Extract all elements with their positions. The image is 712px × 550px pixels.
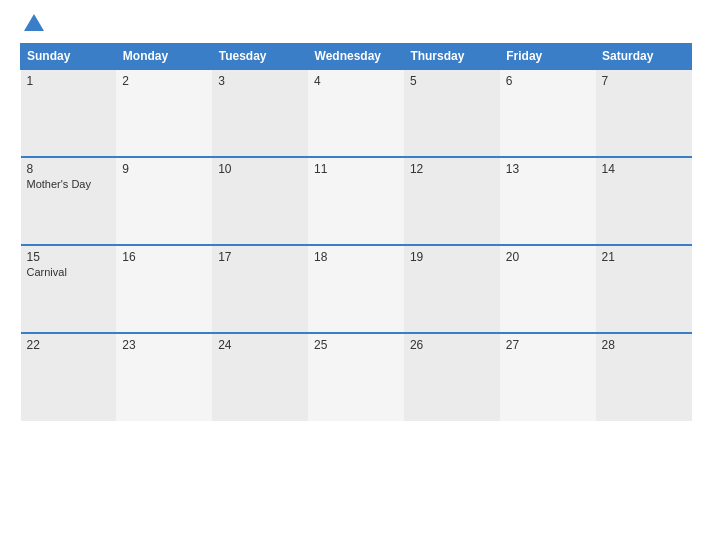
calendar-day-7: 7 bbox=[596, 69, 692, 157]
day-number: 6 bbox=[506, 74, 590, 88]
day-number: 17 bbox=[218, 250, 302, 264]
calendar-day-9: 9 bbox=[116, 157, 212, 245]
calendar-day-3: 3 bbox=[212, 69, 308, 157]
day-number: 7 bbox=[602, 74, 686, 88]
logo-triangle-icon bbox=[24, 14, 44, 31]
calendar-day-27: 27 bbox=[500, 333, 596, 421]
weekday-tuesday: Tuesday bbox=[212, 44, 308, 70]
day-number: 23 bbox=[122, 338, 206, 352]
day-number: 4 bbox=[314, 74, 398, 88]
weekday-header-row: SundayMondayTuesdayWednesdayThursdayFrid… bbox=[21, 44, 692, 70]
calendar-day-23: 23 bbox=[116, 333, 212, 421]
weekday-thursday: Thursday bbox=[404, 44, 500, 70]
calendar-day-4: 4 bbox=[308, 69, 404, 157]
day-number: 14 bbox=[602, 162, 686, 176]
weekday-sunday: Sunday bbox=[21, 44, 117, 70]
calendar-week-2: 8Mother's Day91011121314 bbox=[21, 157, 692, 245]
calendar-day-8: 8Mother's Day bbox=[21, 157, 117, 245]
day-number: 16 bbox=[122, 250, 206, 264]
day-number: 8 bbox=[27, 162, 111, 176]
calendar-day-21: 21 bbox=[596, 245, 692, 333]
event-label: Carnival bbox=[27, 266, 111, 278]
calendar-day-17: 17 bbox=[212, 245, 308, 333]
calendar-day-5: 5 bbox=[404, 69, 500, 157]
day-number: 3 bbox=[218, 74, 302, 88]
calendar-day-18: 18 bbox=[308, 245, 404, 333]
day-number: 2 bbox=[122, 74, 206, 88]
day-number: 1 bbox=[27, 74, 111, 88]
calendar-day-15: 15Carnival bbox=[21, 245, 117, 333]
calendar-day-16: 16 bbox=[116, 245, 212, 333]
calendar-header: SundayMondayTuesdayWednesdayThursdayFrid… bbox=[21, 44, 692, 70]
calendar-day-12: 12 bbox=[404, 157, 500, 245]
weekday-wednesday: Wednesday bbox=[308, 44, 404, 70]
day-number: 27 bbox=[506, 338, 590, 352]
day-number: 24 bbox=[218, 338, 302, 352]
calendar-week-4: 22232425262728 bbox=[21, 333, 692, 421]
calendar-day-1: 1 bbox=[21, 69, 117, 157]
weekday-saturday: Saturday bbox=[596, 44, 692, 70]
calendar-day-28: 28 bbox=[596, 333, 692, 421]
calendar-body: 12345678Mother's Day9101112131415Carniva… bbox=[21, 69, 692, 421]
day-number: 22 bbox=[27, 338, 111, 352]
calendar-day-6: 6 bbox=[500, 69, 596, 157]
calendar-day-19: 19 bbox=[404, 245, 500, 333]
day-number: 25 bbox=[314, 338, 398, 352]
day-number: 13 bbox=[506, 162, 590, 176]
day-number: 21 bbox=[602, 250, 686, 264]
calendar-day-2: 2 bbox=[116, 69, 212, 157]
calendar-day-22: 22 bbox=[21, 333, 117, 421]
event-label: Mother's Day bbox=[27, 178, 111, 190]
day-number: 5 bbox=[410, 74, 494, 88]
day-number: 26 bbox=[410, 338, 494, 352]
calendar-day-25: 25 bbox=[308, 333, 404, 421]
day-number: 28 bbox=[602, 338, 686, 352]
weekday-monday: Monday bbox=[116, 44, 212, 70]
day-number: 19 bbox=[410, 250, 494, 264]
day-number: 12 bbox=[410, 162, 494, 176]
calendar-day-10: 10 bbox=[212, 157, 308, 245]
day-number: 11 bbox=[314, 162, 398, 176]
calendar-day-14: 14 bbox=[596, 157, 692, 245]
calendar-day-11: 11 bbox=[308, 157, 404, 245]
day-number: 9 bbox=[122, 162, 206, 176]
calendar-day-24: 24 bbox=[212, 333, 308, 421]
calendar-day-26: 26 bbox=[404, 333, 500, 421]
calendar-day-13: 13 bbox=[500, 157, 596, 245]
logo bbox=[20, 16, 44, 33]
day-number: 10 bbox=[218, 162, 302, 176]
weekday-friday: Friday bbox=[500, 44, 596, 70]
calendar-page: SundayMondayTuesdayWednesdayThursdayFrid… bbox=[0, 0, 712, 550]
calendar-table: SundayMondayTuesdayWednesdayThursdayFrid… bbox=[20, 43, 692, 421]
calendar-day-20: 20 bbox=[500, 245, 596, 333]
header bbox=[20, 16, 692, 33]
calendar-week-3: 15Carnival161718192021 bbox=[21, 245, 692, 333]
calendar-week-1: 1234567 bbox=[21, 69, 692, 157]
day-number: 15 bbox=[27, 250, 111, 264]
day-number: 18 bbox=[314, 250, 398, 264]
day-number: 20 bbox=[506, 250, 590, 264]
